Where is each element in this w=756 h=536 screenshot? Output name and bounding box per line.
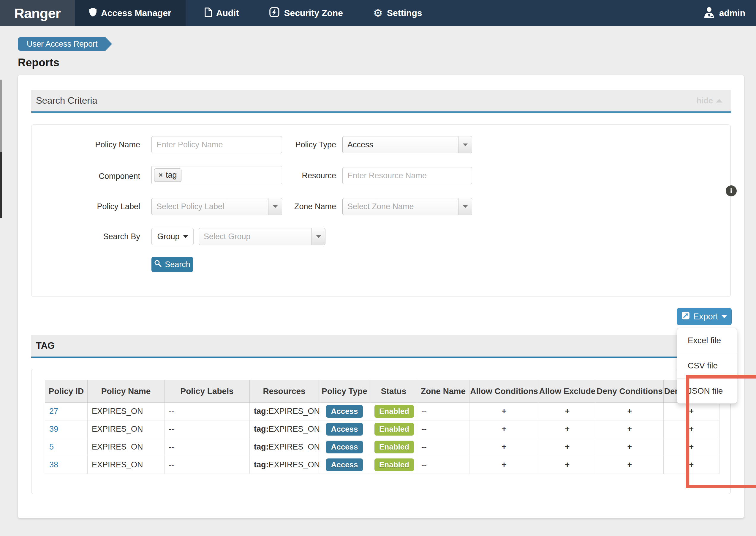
policy-id-link[interactable]: 38 <box>49 460 58 469</box>
nav-item-security-zone[interactable]: Security Zone <box>258 0 354 26</box>
allow-exclude-expander[interactable]: + <box>539 420 596 438</box>
policy-type-badge: Access <box>326 423 362 436</box>
policy-type-value: Access <box>347 140 373 150</box>
policy-type-label: Policy Type <box>239 136 336 153</box>
chevron-down-icon <box>722 315 727 318</box>
deny-conditions-expander[interactable]: + <box>596 456 664 474</box>
policy-name-cell: EXPIRES_ON <box>88 456 165 474</box>
search-criteria-title: Search Criteria <box>36 95 97 106</box>
nav-item-label: Settings <box>387 8 422 18</box>
chip-label: tag <box>166 171 177 180</box>
resources-cell: tag:EXPIRES_ON <box>250 438 319 456</box>
deny-exclude-expander[interactable]: + <box>664 456 719 474</box>
select-group-select[interactable]: Select Group <box>199 228 326 245</box>
select-group-placeholder: Select Group <box>204 232 251 241</box>
hide-toggle[interactable]: hide <box>696 96 722 106</box>
policy-label-label: Policy Label <box>31 198 140 215</box>
info-icon[interactable] <box>726 185 737 196</box>
policy-labels-cell: -- <box>165 420 250 438</box>
user-name: admin <box>719 8 745 18</box>
shield-icon <box>89 8 97 19</box>
allow-exclude-expander[interactable]: + <box>539 403 596 420</box>
breadcrumb[interactable]: User Access Report <box>18 37 106 51</box>
search-by-selector[interactable]: Group <box>151 228 194 245</box>
resource-input[interactable] <box>342 167 472 184</box>
page-title: Reports <box>18 56 59 69</box>
user-menu[interactable]: admin <box>703 0 745 26</box>
zone-name-placeholder: Select Zone Name <box>347 202 414 211</box>
component-label: Component <box>31 167 140 185</box>
remove-chip-icon[interactable]: × <box>159 171 163 179</box>
allow-conditions-expander[interactable]: + <box>469 456 539 474</box>
nav-item-settings[interactable]: ⚙ Settings <box>362 0 433 26</box>
zone-name-select[interactable]: Select Zone Name <box>342 198 472 215</box>
policies-table: Policy ID Policy Name Policy Labels Reso… <box>45 380 719 474</box>
table-row: 5 EXPIRES_ON -- tag:EXPIRES_ON Access En… <box>45 438 719 456</box>
breadcrumb-label: User Access Report <box>27 40 98 49</box>
chevron-up-icon <box>716 99 722 103</box>
deny-exclude-expander[interactable]: + <box>664 420 719 438</box>
table-row: 39 EXPIRES_ON -- tag:EXPIRES_ON Access E… <box>45 420 719 438</box>
policy-id-link[interactable]: 39 <box>49 424 58 433</box>
export-button[interactable]: Export <box>677 308 732 325</box>
nav-item-label: Security Zone <box>284 8 343 18</box>
policies-table-panel: Policy ID Policy Name Policy Labels Reso… <box>31 369 731 494</box>
ranger-logo[interactable]: Ranger <box>0 0 75 26</box>
table-header-row: Policy ID Policy Name Policy Labels Reso… <box>45 380 719 403</box>
zone-name-cell: -- <box>417 403 469 420</box>
policy-labels-cell: -- <box>165 438 250 456</box>
col-policy-name: Policy Name <box>88 380 165 403</box>
policy-name-label: Policy Name <box>31 136 140 153</box>
resources-cell: tag:EXPIRES_ON <box>250 420 319 438</box>
status-badge: Enabled <box>374 423 414 436</box>
component-chip: × tag <box>154 168 181 182</box>
search-criteria-header: Search Criteria hide <box>31 90 731 113</box>
tag-section-header: TAG <box>31 335 731 358</box>
col-policy-id: Policy ID <box>45 380 88 403</box>
status-badge: Enabled <box>374 458 414 471</box>
policy-type-badge: Access <box>326 441 362 453</box>
nav-item-label: Audit <box>216 8 239 18</box>
col-policy-labels: Policy Labels <box>165 380 250 403</box>
zone-name-label: Zone Name <box>239 198 336 215</box>
file-icon <box>205 8 212 19</box>
allow-conditions-expander[interactable]: + <box>469 420 539 438</box>
search-button[interactable]: Search <box>151 257 193 272</box>
deny-conditions-expander[interactable]: + <box>596 438 664 456</box>
deny-exclude-expander[interactable]: + <box>664 403 719 420</box>
tag-section-title: TAG <box>36 341 55 351</box>
policy-id-link[interactable]: 5 <box>49 442 54 451</box>
menu-item-csv-file[interactable]: CSV file <box>677 353 737 378</box>
search-icon <box>154 260 162 270</box>
allow-conditions-expander[interactable]: + <box>469 403 539 420</box>
bolt-icon <box>269 7 280 19</box>
top-navbar: Ranger Access Manager Audit Security Zon… <box>0 0 756 26</box>
nav-item-audit[interactable]: Audit <box>193 0 250 26</box>
nav-item-access-manager[interactable]: Access Manager <box>75 0 186 26</box>
col-zone-name: Zone Name <box>417 380 469 403</box>
col-status: Status <box>370 380 417 403</box>
deny-conditions-expander[interactable]: + <box>596 403 664 420</box>
search-form: Policy Name Policy Type Access Component… <box>31 124 731 297</box>
allow-conditions-expander[interactable]: + <box>469 438 539 456</box>
policy-type-badge: Access <box>326 405 362 418</box>
deny-conditions-expander[interactable]: + <box>596 420 664 438</box>
policy-type-select[interactable]: Access <box>342 136 472 153</box>
allow-exclude-expander[interactable]: + <box>539 456 596 474</box>
policy-name-cell: EXPIRES_ON <box>88 420 165 438</box>
chevron-down-icon <box>458 198 472 215</box>
search-by-label: Search By <box>31 228 140 245</box>
chevron-down-icon <box>183 235 188 238</box>
deny-exclude-expander[interactable]: + <box>664 438 719 456</box>
allow-exclude-expander[interactable]: + <box>539 438 596 456</box>
export-icon <box>681 311 690 322</box>
gear-icon: ⚙ <box>373 8 383 18</box>
search-button-label: Search <box>165 260 190 269</box>
left-edge-scrollbar <box>0 152 2 218</box>
menu-item-json-file[interactable]: JSON file <box>677 378 737 404</box>
hide-label: hide <box>696 96 713 106</box>
menu-item-excel-file[interactable]: Excel file <box>677 328 737 353</box>
resources-cell: tag:EXPIRES_ON <box>250 403 319 420</box>
policy-id-link[interactable]: 27 <box>49 407 58 416</box>
export-button-label: Export <box>693 312 718 321</box>
